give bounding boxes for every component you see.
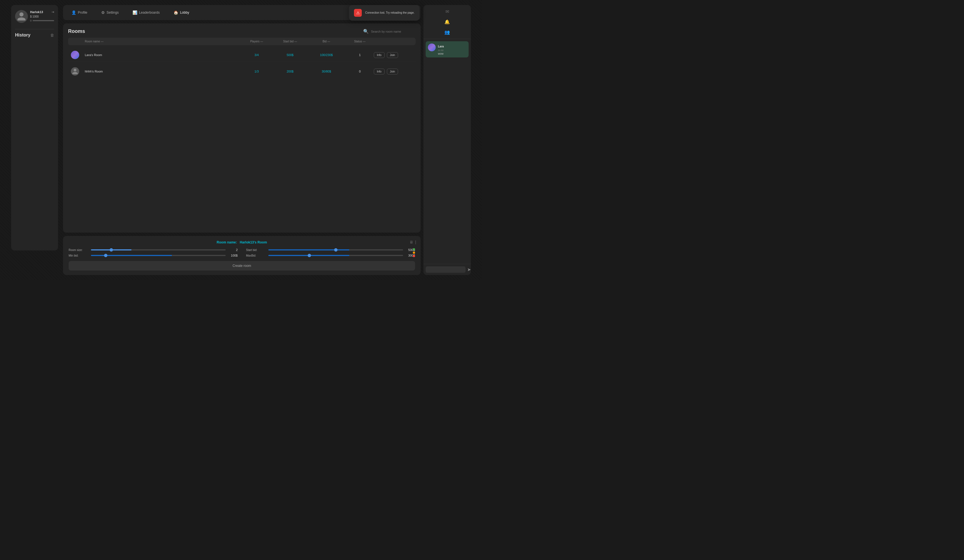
- mail-icon[interactable]: ✉: [445, 9, 449, 14]
- min-bid-slider-container: 100$: [91, 254, 238, 257]
- room-status-lara: 1: [346, 53, 374, 57]
- divider-icon: |: [415, 240, 416, 244]
- max-bid-slider[interactable]: [268, 255, 403, 256]
- col-header-status: Status —: [346, 40, 374, 43]
- chat-message: Lara 21:32 wow: [426, 41, 469, 57]
- history-section: History 🗑: [15, 33, 54, 37]
- room-size-slider[interactable]: [91, 249, 226, 251]
- max-bid-slider-container: 300$: [268, 254, 415, 257]
- nav-label-lobby: Lobby: [180, 11, 189, 15]
- dot-green: [413, 248, 415, 251]
- info-button-lara[interactable]: Info: [374, 52, 385, 58]
- start-bid-slider-container: 500$: [268, 248, 415, 252]
- settings-icon: ⚙: [101, 10, 105, 15]
- room-name-header: Room name: Harlok13's Room: [68, 240, 415, 244]
- room-status-hhhh: 0: [346, 70, 374, 73]
- col-header-join: [396, 40, 413, 43]
- room-players-lara: 3/4: [240, 53, 274, 57]
- panel-icons: 🖥 |: [409, 240, 416, 244]
- max-bid-label: MaxBid:: [246, 254, 265, 257]
- start-bid-label: Start bid:: [246, 249, 265, 252]
- chat-icon-bar: ✉ 🔔 👥: [423, 5, 471, 39]
- min-bid-value: 100$: [228, 254, 238, 257]
- nav-item-settings[interactable]: ⚙ Settings: [98, 9, 121, 16]
- join-button-lara[interactable]: Join: [387, 52, 398, 58]
- room-bid-lara: 100/230$: [307, 53, 346, 57]
- create-room-panel: 🖥 | Room name: Harlok13's Room Room size…: [63, 236, 421, 275]
- info-button-hhhh[interactable]: Info: [374, 68, 385, 75]
- avatar: [15, 10, 28, 23]
- room-size-slider-container: 2: [91, 248, 238, 252]
- lobby-icon: 🏠: [174, 10, 178, 15]
- dot-red: [413, 255, 415, 257]
- start-bid-slider[interactable]: [268, 249, 403, 251]
- room-name-lara: Lara's Room: [85, 53, 240, 57]
- dot-yellow: [413, 252, 415, 254]
- room-name-value: Harlok13's Room: [240, 240, 267, 244]
- xp-value: 0: [30, 19, 31, 22]
- people-icon[interactable]: 👥: [445, 29, 450, 35]
- chat-content: Lara 21:32 wow: [438, 44, 466, 55]
- leaderboards-icon: 📊: [132, 10, 137, 15]
- table-row: hhhh's Room 1/3 200$ 30/80$ 0 Info Join: [68, 65, 415, 78]
- rooms-header: Rooms 🔍: [68, 28, 415, 34]
- search-input[interactable]: [371, 30, 415, 33]
- room-players-hhhh: 1/3: [240, 70, 274, 73]
- room-start-bid-lara: 500$: [274, 53, 307, 57]
- chat-messages: Lara 21:32 wow: [423, 39, 471, 264]
- chat-time: 21:32: [438, 49, 466, 52]
- form-row-min-bid: Min bid: 100$: [68, 254, 238, 257]
- table-row: Lara's Room 3/4 500$ 100/230$ 1 Info Joi…: [68, 49, 415, 62]
- username: Harlok13: [30, 10, 43, 14]
- sidebar: Harlok13 ⇥ $ 1000 0 History 🗑: [11, 5, 58, 251]
- nav-item-lobby[interactable]: 🏠 Lobby: [171, 9, 192, 16]
- form-col-right: Start bid: 500$ MaxBid: 300$: [246, 248, 415, 257]
- nav-label-leaderboards: Leaderboards: [139, 11, 160, 15]
- chat-input[interactable]: [426, 266, 466, 273]
- search-bar: 🔍: [363, 29, 415, 34]
- room-avatar-lara: [71, 51, 85, 59]
- table-header: Room name — Players — Start bid — Bid — …: [68, 37, 415, 45]
- create-room-button[interactable]: Create room: [68, 261, 415, 270]
- chat-username: Lara: [438, 45, 444, 48]
- chat-avatar: [428, 44, 436, 51]
- form-row-max-bid: MaxBid: 300$: [246, 254, 415, 257]
- chat-text: wow: [438, 52, 466, 55]
- user-section: Harlok13 ⇥ $ 1000 0: [15, 10, 54, 23]
- col-header-start-bid: Start bid —: [274, 40, 307, 43]
- profile-icon: 👤: [72, 10, 76, 15]
- col-header-bid: Bid —: [307, 40, 346, 43]
- main-content: 👤 Profile ⚙ Settings 📊 Leaderboards 🏠 Lo…: [63, 5, 421, 275]
- col-header-players: Players —: [240, 40, 274, 43]
- sidebar-divider: [15, 29, 54, 29]
- nav-label-profile: Profile: [78, 11, 87, 15]
- col-header-avatar: [71, 40, 85, 43]
- history-title: History: [15, 33, 30, 37]
- min-bid-slider[interactable]: [91, 255, 226, 256]
- room-name-label: Room name:: [217, 240, 237, 244]
- trash-icon[interactable]: 🗑: [50, 33, 54, 37]
- toast-notification: ⚠ Connection lost. Try reloading the pag…: [349, 5, 420, 21]
- status-dots: [413, 248, 415, 257]
- room-actions-hhhh: Info Join: [374, 68, 396, 75]
- col-header-actions: [374, 40, 396, 43]
- form-col-left: Room size: 2 Min bid: 100$: [68, 248, 238, 257]
- logout-icon[interactable]: ⇥: [51, 10, 54, 14]
- chat-input-area: ➤: [423, 264, 471, 275]
- room-actions-lara: Info Join: [374, 52, 396, 58]
- nav-item-profile[interactable]: 👤 Profile: [68, 9, 90, 16]
- bell-icon[interactable]: 🔔: [445, 19, 450, 24]
- screen-icon: 🖥: [409, 240, 414, 244]
- nav-item-leaderboards[interactable]: 📊 Leaderboards: [130, 9, 162, 16]
- form-row-room-size: Room size: 2: [68, 248, 238, 252]
- warning-icon: ⚠: [354, 9, 362, 17]
- balance: $ 1000: [30, 15, 39, 18]
- room-bid-hhhh: 30/80$: [307, 70, 346, 73]
- min-bid-label: Min bid:: [68, 254, 88, 257]
- room-size-value: 2: [228, 248, 238, 252]
- toast-message: Connection lost. Try reloading the page.: [365, 11, 415, 15]
- rooms-title: Rooms: [68, 28, 85, 34]
- send-button[interactable]: ➤: [467, 267, 471, 272]
- join-button-hhhh[interactable]: Join: [387, 68, 398, 75]
- room-avatar-hhhh: [71, 67, 85, 76]
